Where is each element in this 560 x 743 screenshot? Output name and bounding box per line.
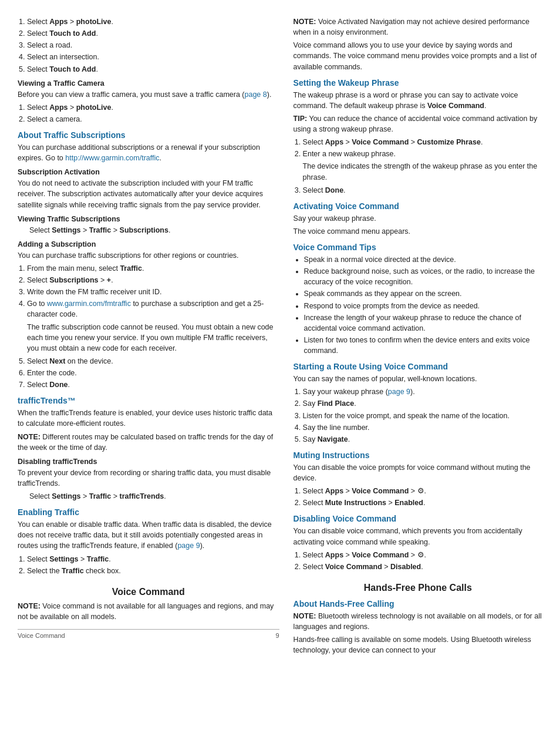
list-item: Listen for the voice prompt, and speak t…: [303, 411, 542, 421]
list-item: Select Mute Instructions > Enabled.: [303, 497, 542, 508]
voice-command-center-title: Voice Command: [18, 587, 279, 597]
about-traffic-body: You can purchase additional subscription…: [18, 142, 279, 163]
garmin-traffic-link[interactable]: http://www.garmin.com/traffic: [65, 154, 159, 162]
list-item: Say Find Place.: [303, 398, 542, 409]
list-item: Listen for two tones to confirm when the…: [304, 335, 542, 356]
footer: Voice Command 9: [18, 629, 279, 639]
starting-route-voice-title: Starting a Route Using Voice Command: [294, 362, 542, 371]
hands-free-body: Hands-free calling is available on some …: [294, 634, 542, 655]
disabling-voice-command-title: Disabling Voice Command: [294, 514, 542, 523]
viewing-traffic-camera-body: Before you can view a traffic camera, yo…: [18, 89, 279, 100]
list-item: Select Touch to Add.: [27, 28, 279, 39]
setting-wakeup-list: Select Apps > Voice Command > Customize …: [303, 137, 542, 196]
disabling-voice-list: Select Apps > Voice Command > ⚙. Select …: [303, 550, 542, 572]
intro-list: Select Apps > photoLive. Select Touch to…: [27, 16, 279, 75]
page8-link[interactable]: page 8: [245, 90, 267, 99]
enabling-traffic-list: Select Settings > Traffic. Select the Tr…: [27, 554, 279, 576]
voice-command-intro: Voice command allows you to use your dev…: [294, 40, 542, 72]
viewing-traffic-camera-title: Viewing a Traffic Camera: [18, 79, 279, 88]
list-item: Select an intersection.: [27, 52, 279, 62]
setting-wakeup-body: The wakeup phrase is a word or phrase yo…: [294, 90, 542, 111]
starting-route-body: You can say the names of popular, well-k…: [294, 374, 542, 384]
list-item: Respond to voice prompts from the device…: [304, 301, 542, 311]
list-item: Select Done.: [27, 379, 279, 390]
traffic-trends-note: NOTE: Different routes may be calculated…: [18, 432, 279, 453]
enabling-traffic-body: You can enable or disable traffic data. …: [18, 519, 279, 551]
list-item: Select Voice Command > Disabled.: [303, 562, 542, 572]
voice-nav-note: NOTE: Voice Activated Navigation may not…: [294, 16, 542, 38]
wakeup-sub-note: The device indicates the strength of the…: [303, 161, 542, 182]
muting-list: Select Apps > Voice Command > ⚙. Select …: [303, 486, 542, 508]
voice-tips-list: Speak in a normal voice directed at the …: [304, 254, 542, 356]
activating-voice-body2: The voice command menu appears.: [294, 226, 542, 237]
activating-voice-command-title: Activating Voice Command: [294, 201, 542, 211]
disabling-voice-body: You can disable voice command, which pre…: [294, 526, 542, 547]
page-container: Select Apps > photoLive. Select Touch to…: [0, 0, 560, 674]
list-item: Write down the FM traffic receiver unit …: [27, 287, 279, 297]
activating-voice-body1: Say your wakeup phrase.: [294, 213, 542, 224]
list-item: Speak commands as they appear on the scr…: [304, 288, 542, 299]
page9-link-route[interactable]: page 9: [388, 388, 410, 396]
enabling-traffic-title: Enabling Traffic: [18, 507, 279, 517]
list-item: From the main menu, select Traffic.: [27, 263, 279, 274]
adding-subscription-body: You can purchase traffic subscriptions f…: [18, 250, 279, 261]
list-item: Enter a new wakeup phrase. The device in…: [303, 149, 542, 182]
list-item: Select Subscriptions > +.: [27, 275, 279, 285]
viewing-subscriptions-body: Select Settings > Traffic > Subscription…: [29, 225, 279, 236]
list-item: Select Done.: [303, 185, 542, 196]
garmin-fmtraffic-link[interactable]: www.garmin.com/fmtraffic: [47, 300, 131, 308]
viewing-subscriptions-title: Viewing Traffic Subscriptions: [18, 215, 279, 223]
about-traffic-subscriptions-title: About Traffic Subscriptions: [18, 130, 279, 140]
voice-command-note: NOTE: Voice command is not available for…: [18, 601, 279, 622]
list-item: Select Apps > photoLive.: [27, 102, 279, 113]
traffic-trends-title: trafficTrends™: [18, 396, 279, 405]
hands-free-note: NOTE: Bluetooth wireless technology is n…: [294, 611, 542, 632]
viewing-camera-list: Select Apps > photoLive. Select a camera…: [27, 102, 279, 125]
wakeup-tip: TIP: You can reduce the chance of accide…: [294, 113, 542, 135]
left-column: Select Apps > photoLive. Select Touch to…: [18, 16, 279, 658]
list-item: Say the line number.: [303, 422, 542, 433]
traffic-trends-body: When the trafficTrends feature is enable…: [18, 408, 279, 429]
about-hands-free-title: About Hands-Free Calling: [294, 599, 542, 608]
list-item: Reduce background noise, such as voices,…: [304, 266, 542, 287]
list-item: Increase the length of your wakeup phras…: [304, 312, 542, 334]
hands-free-center-title: Hands-Free Phone Calls: [294, 583, 542, 593]
disabling-traffictrends-title: Disabling trafficTrends: [18, 458, 279, 466]
list-item: Select Settings > Traffic.: [27, 554, 279, 564]
right-column: NOTE: Voice Activated Navigation may not…: [294, 16, 542, 658]
list-item: Select Apps > Voice Command > Customize …: [303, 137, 542, 147]
list-item: Say your wakeup phrase (page 9).: [303, 386, 542, 397]
list-item: Select a road.: [27, 40, 279, 51]
subscription-note: The traffic subscription code cannot be …: [27, 322, 279, 354]
list-item: Select Apps > photoLive.: [27, 16, 279, 27]
list-item: Select Apps > Voice Command > ⚙.: [303, 486, 542, 496]
muting-body: You can disable the voice prompts for vo…: [294, 462, 542, 483]
muting-instructions-title: Muting Instructions: [294, 450, 542, 460]
starting-route-list: Say your wakeup phrase (page 9). Say Fin…: [303, 386, 542, 445]
list-item: Select Next on the device.: [27, 356, 279, 367]
list-item: Say Navigate.: [303, 434, 542, 445]
footer-label: Voice Command: [18, 632, 65, 639]
disabling-traffictrends-action: Select Settings > Traffic > trafficTrend…: [29, 491, 279, 502]
list-item: Speak in a normal voice directed at the …: [304, 254, 542, 265]
subscription-activation-title: Subscription Activation: [18, 168, 279, 176]
list-item: Select the Traffic check box.: [27, 566, 279, 576]
subscription-activation-body: You do not need to activate the subscrip…: [18, 178, 279, 210]
setting-wakeup-phrase-title: Setting the Wakeup Phrase: [294, 78, 542, 88]
list-item: Select Apps > Voice Command > ⚙.: [303, 550, 542, 560]
adding-subscription-list: From the main menu, select Traffic. Sele…: [27, 263, 279, 390]
list-item: Enter the code.: [27, 368, 279, 378]
list-item: Select a camera.: [27, 114, 279, 125]
list-item: Go to www.garmin.com/fmtraffic to purcha…: [27, 298, 279, 354]
footer-page: 9: [275, 632, 279, 639]
adding-subscription-title: Adding a Subscription: [18, 240, 279, 248]
page9-link-traffic[interactable]: page 9: [177, 542, 200, 550]
list-item: Select Touch to Add.: [27, 64, 279, 75]
disabling-traffictrends-body: To prevent your device from recording or…: [18, 468, 279, 489]
voice-command-tips-title: Voice Command Tips: [294, 243, 542, 252]
